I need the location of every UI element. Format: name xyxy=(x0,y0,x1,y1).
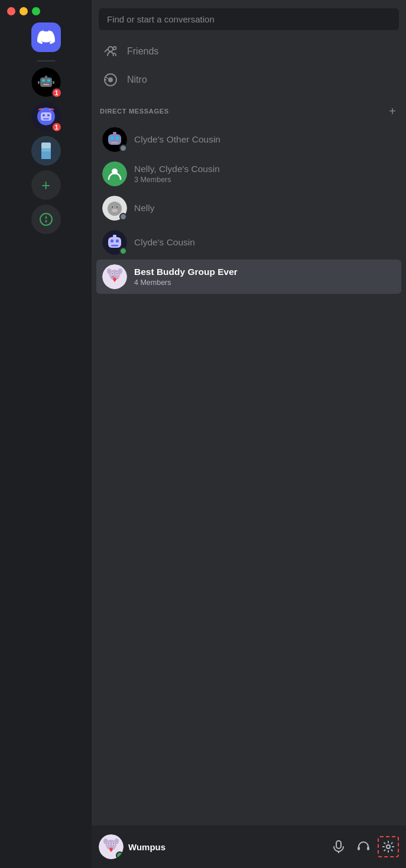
dm-info-clyde-other-cousin: Clyde's Other Cousin xyxy=(134,134,220,145)
svg-rect-3 xyxy=(43,84,49,85)
svg-rect-28 xyxy=(116,137,119,140)
dm-info-nelly-clydes-cousin: Nelly, Clyde's Cousin 3 Members xyxy=(134,163,220,184)
svg-rect-47 xyxy=(113,235,116,238)
svg-rect-14 xyxy=(41,151,51,159)
svg-point-54 xyxy=(109,275,112,277)
dm-avatar-clydes-cousin xyxy=(102,230,127,255)
svg-point-23 xyxy=(108,77,113,82)
dm-info-best-buddy-group: Best Buddy Group Ever 4 Members xyxy=(134,266,238,287)
dm-item-nelly-clydes-cousin[interactable]: Nelly, Clyde's Cousin 3 Members xyxy=(96,157,401,191)
gear-icon xyxy=(382,840,395,853)
svg-point-38 xyxy=(112,206,113,208)
dm-item-best-buddy-group[interactable]: Best Buddy Group Ever 4 Members xyxy=(96,260,401,294)
discord-logo-icon xyxy=(37,28,55,46)
dm-avatar-clyde-other-cousin xyxy=(102,127,127,152)
svg-point-65 xyxy=(114,845,116,847)
svg-point-52 xyxy=(112,273,113,274)
server-icon-1[interactable]: 1 xyxy=(31,67,61,97)
svg-rect-45 xyxy=(116,239,119,242)
fullscreen-button[interactable] xyxy=(32,7,40,15)
friends-nav-item[interactable]: Friends xyxy=(96,37,401,66)
svg-point-20 xyxy=(113,47,116,50)
compass-icon xyxy=(39,212,53,226)
settings-button[interactable] xyxy=(378,836,399,857)
status-clydes-cousin-online xyxy=(119,247,127,255)
dm-avatar-nelly-clydes-cousin xyxy=(102,161,127,186)
dm-add-button[interactable]: + xyxy=(387,106,398,116)
status-nelly-offline xyxy=(119,213,127,221)
server-sidebar: 1 1 xyxy=(0,0,92,868)
mic-icon xyxy=(332,840,345,853)
dm-header-label: DIRECT MESSAGES xyxy=(100,108,169,115)
search-placeholder: Find or start a conversation xyxy=(107,14,215,24)
dm-avatar-nelly xyxy=(102,196,127,221)
svg-rect-71 xyxy=(367,847,369,850)
svg-marker-18 xyxy=(45,220,47,224)
nav-section: Friends Nitro xyxy=(92,35,406,96)
dm-item-clydes-cousin[interactable]: Clyde's Cousin xyxy=(96,225,401,260)
dm-name-nelly-clydes-cousin: Nelly, Clyde's Cousin xyxy=(134,163,220,175)
svg-rect-68 xyxy=(336,841,341,848)
dm-item-nelly[interactable]: Nelly xyxy=(96,191,401,225)
user-avatar xyxy=(99,834,124,859)
svg-point-72 xyxy=(386,845,390,848)
discover-button[interactable] xyxy=(31,205,61,234)
close-button[interactable] xyxy=(7,7,15,15)
username-label: Wumpus xyxy=(128,842,323,852)
svg-point-55 xyxy=(118,275,120,277)
svg-point-53 xyxy=(116,273,118,274)
dm-avatar-best-buddy-group xyxy=(102,264,127,289)
dm-item-clyde-other-cousin[interactable]: Clyde's Other Cousin xyxy=(96,122,401,157)
minimize-button[interactable] xyxy=(20,7,28,15)
bottom-bar: Wumpus xyxy=(92,825,406,868)
svg-rect-70 xyxy=(358,847,360,850)
svg-rect-2 xyxy=(47,79,50,82)
nitro-label: Nitro xyxy=(127,75,147,85)
svg-rect-13 xyxy=(41,142,51,148)
dm-section-header: DIRECT MESSAGES + xyxy=(92,96,406,120)
server-badge-1: 1 xyxy=(51,88,62,98)
dm-name-clyde-other-cousin: Clyde's Other Cousin xyxy=(134,134,220,145)
server-icon-3[interactable] xyxy=(31,136,61,166)
add-server-button[interactable]: + xyxy=(31,170,61,200)
sidebar-divider xyxy=(37,60,56,61)
friends-icon xyxy=(102,43,119,60)
svg-rect-0 xyxy=(40,77,52,87)
svg-line-21 xyxy=(105,49,108,52)
dm-sub-nelly-clydes-cousin: 3 Members xyxy=(134,175,220,184)
water-glass-icon xyxy=(35,140,57,161)
svg-rect-5 xyxy=(38,81,40,84)
svg-point-19 xyxy=(108,47,113,51)
dm-info-clydes-cousin: Clyde's Cousin xyxy=(134,237,195,248)
svg-rect-1 xyxy=(42,79,45,82)
dm-sub-best-buddy-group: 4 Members xyxy=(134,278,238,287)
server-icon-2[interactable]: 1 xyxy=(31,102,61,131)
svg-rect-46 xyxy=(111,245,118,247)
server-badge-2: 1 xyxy=(51,122,62,132)
svg-point-40 xyxy=(112,209,118,212)
user-online-status xyxy=(116,851,124,859)
friends-label: Friends xyxy=(127,46,158,57)
discord-home-button[interactable] xyxy=(31,22,61,52)
svg-rect-9 xyxy=(43,114,45,116)
mic-button[interactable] xyxy=(328,836,349,857)
svg-rect-6 xyxy=(53,81,54,84)
svg-marker-17 xyxy=(45,215,47,219)
status-offline xyxy=(119,144,127,152)
dm-list: Clyde's Other Cousin Nelly, Clyde's Cous… xyxy=(92,120,406,825)
svg-rect-29 xyxy=(111,142,118,144)
svg-rect-11 xyxy=(43,118,49,119)
headphone-button[interactable] xyxy=(353,836,374,857)
bottom-icons xyxy=(328,836,399,857)
svg-rect-4 xyxy=(45,76,47,78)
nitro-nav-item[interactable]: Nitro xyxy=(96,66,401,94)
dm-name-clydes-cousin: Clyde's Cousin xyxy=(134,237,195,248)
svg-rect-27 xyxy=(111,137,113,140)
svg-rect-44 xyxy=(111,239,113,242)
headphone-icon xyxy=(357,840,370,853)
search-bar[interactable]: Find or start a conversation xyxy=(99,8,399,30)
svg-rect-10 xyxy=(47,114,50,116)
dm-info-nelly: Nelly xyxy=(134,202,154,214)
dm-name-best-buddy-group: Best Buddy Group Ever xyxy=(134,266,238,278)
dm-name-nelly: Nelly xyxy=(134,202,154,214)
